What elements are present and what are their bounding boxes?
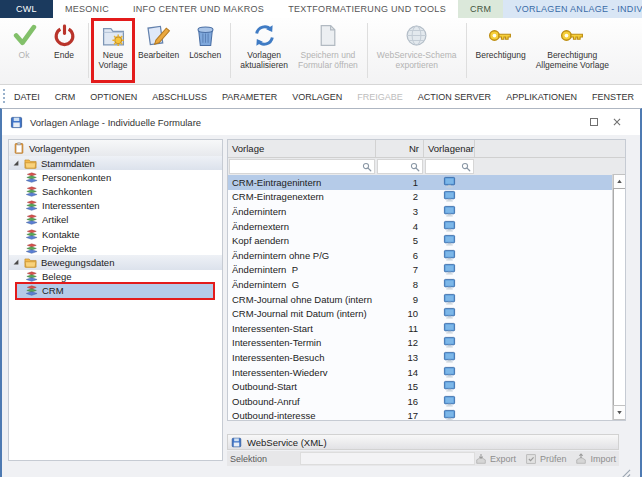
table-row[interactable]: Outbound-interesse17 bbox=[228, 409, 625, 422]
tree-item-artikel[interactable]: Artikel bbox=[9, 213, 222, 227]
scroll-up-button[interactable] bbox=[613, 174, 626, 189]
column-header-nr[interactable]: Nr bbox=[376, 140, 424, 157]
monitor-icon bbox=[443, 351, 456, 364]
window-icon bbox=[10, 116, 23, 129]
table-row[interactable]: Ändernintern G8 bbox=[228, 277, 625, 292]
tab-textformatierung-und-tools[interactable]: TEXTFORMATIERUNG UND TOOLS bbox=[276, 0, 458, 18]
delete-icon bbox=[193, 23, 218, 48]
table-row[interactable]: Interessenten-Start11 bbox=[228, 321, 625, 336]
filter-filler bbox=[475, 158, 625, 175]
table-filter-row bbox=[228, 158, 625, 175]
menu-bar: DATEICRMOPTIONENABSCHLUSSPARAMETERVORLAG… bbox=[0, 86, 642, 107]
table-row[interactable]: Kopf aendern5 bbox=[228, 233, 625, 248]
import-button[interactable]: Import bbox=[575, 453, 616, 465]
tree-item-kontakte[interactable]: Kontakte bbox=[9, 227, 222, 241]
menu-vorlagen[interactable]: VORLAGEN bbox=[292, 92, 342, 102]
table-row[interactable]: Ändernintern ohne P/G6 bbox=[228, 248, 625, 263]
menu-parameter[interactable]: PARAMETER bbox=[222, 92, 277, 102]
tree-item-stammdaten[interactable]: Stammdaten bbox=[9, 156, 222, 170]
monitor-icon bbox=[443, 293, 456, 306]
books-icon bbox=[25, 213, 38, 226]
window-title: Vorlagen Anlage - Individuelle Formulare bbox=[30, 117, 201, 128]
close-button[interactable] bbox=[612, 117, 622, 127]
table-row[interactable]: Ändernintern3 bbox=[228, 204, 625, 219]
cell-vorlagenart bbox=[424, 336, 475, 349]
books-icon bbox=[25, 228, 38, 241]
maximize-button[interactable] bbox=[589, 117, 599, 127]
monitor-icon bbox=[443, 190, 456, 203]
table-row[interactable]: Interessenten-Termin12 bbox=[228, 336, 625, 351]
cell-vorlagenart bbox=[424, 263, 475, 276]
table-row[interactable]: Interessenten-Besuch13 bbox=[228, 350, 625, 365]
neue-vorlage-button[interactable]: Neue Vorlage bbox=[93, 20, 133, 81]
filter-vorlagenart[interactable] bbox=[425, 159, 474, 174]
tree-item-sachkonten[interactable]: Sachkonten bbox=[9, 184, 222, 198]
vorlagen-aktualisieren-button[interactable]: Vorlagen aktualisieren bbox=[235, 20, 293, 81]
monitor-icon bbox=[443, 220, 456, 233]
toolbar-drag-handle[interactable] bbox=[3, 89, 5, 104]
ok-button[interactable]: Ok bbox=[4, 20, 44, 81]
table-row[interactable]: Ändernextern4 bbox=[228, 219, 625, 234]
table-row[interactable]: CRM-Journal mit Datum (intern)10 bbox=[228, 306, 625, 321]
column-header-vorlage[interactable]: Vorlage bbox=[228, 140, 376, 157]
berechtigung-allgemeine-vorlage-button[interactable]: Berechtigung Allgemeine Vorlage bbox=[531, 20, 614, 81]
table-row[interactable]: Ändernintern P7 bbox=[228, 263, 625, 278]
tree-item-belege[interactable]: Belege bbox=[9, 270, 222, 284]
menu-datei[interactable]: DATEI bbox=[14, 92, 40, 102]
tab-vorlagen-anlage-individuelle-formulare[interactable]: VORLAGEN ANLAGE - INDIVIDUELLE FORMULARE bbox=[503, 0, 642, 18]
berechtigung-button[interactable]: Berechtigung bbox=[471, 20, 531, 81]
bearbeiten-button[interactable]: Bearbeiten bbox=[133, 20, 184, 81]
ribbon-button-label: Löschen bbox=[189, 50, 221, 60]
table-row[interactable]: CRM-Journal ohne Datum (intern9 bbox=[228, 292, 625, 307]
cell-nr: 3 bbox=[376, 206, 424, 217]
tab-mesonic[interactable]: MESONIC bbox=[53, 0, 121, 18]
table-row[interactable]: CRM-Eintragenintern1 bbox=[228, 175, 625, 190]
export-button[interactable]: Export bbox=[475, 453, 516, 465]
menu-optionen[interactable]: OPTIONEN bbox=[90, 92, 137, 102]
tree-item-projekte[interactable]: Projekte bbox=[9, 241, 222, 255]
tree-item-bewegungsdaten[interactable]: Bewegungsdaten bbox=[9, 255, 222, 269]
menu-fenster[interactable]: FENSTER bbox=[592, 92, 634, 102]
tree-item-crm[interactable]: CRM bbox=[17, 284, 213, 298]
column-header-vorlagenart[interactable]: Vorlagenart bbox=[424, 140, 475, 157]
ribbon-group-separator bbox=[230, 23, 231, 78]
tab-info-center-und-makros[interactable]: INFO CENTER UND MAKROS bbox=[121, 0, 276, 18]
tree-item-interessenten[interactable]: Interessenten bbox=[9, 199, 222, 213]
menu-abschluss[interactable]: ABSCHLUSS bbox=[152, 92, 207, 102]
table-row[interactable]: CRM-Eintragenextern2 bbox=[228, 190, 625, 205]
resize-grip[interactable] bbox=[618, 468, 631, 477]
cell-nr: 10 bbox=[376, 308, 424, 319]
cell-nr: 6 bbox=[376, 250, 424, 261]
loschen-button[interactable]: Löschen bbox=[184, 20, 226, 81]
vertical-scrollbar[interactable] bbox=[612, 174, 625, 420]
menu-action-server[interactable]: ACTION SERVER bbox=[418, 92, 491, 102]
webservice-schema-exportieren-button[interactable]: WebService-Schema exportieren bbox=[372, 20, 462, 81]
filter-vorlage[interactable] bbox=[229, 159, 375, 174]
prufen-button[interactable]: Prüfen bbox=[525, 453, 567, 465]
table-row[interactable]: Outbound-Start15 bbox=[228, 379, 625, 394]
table-row[interactable]: Interessenten-Wiederv14 bbox=[228, 365, 625, 380]
tree-item-label: Bewegungsdaten bbox=[41, 257, 114, 268]
cell-vorlage: Interessenten-Besuch bbox=[228, 352, 376, 363]
table-row[interactable]: Outbound-Anruf16 bbox=[228, 394, 625, 409]
tab-crm[interactable]: CRM bbox=[458, 0, 503, 18]
ribbon-button-label: Berechtigung bbox=[476, 50, 526, 60]
filter-nr[interactable] bbox=[377, 159, 423, 174]
scrollbar-thumb[interactable] bbox=[613, 188, 626, 406]
tab-cwl[interactable]: CWL bbox=[0, 0, 53, 18]
speichern-und-formular-offnen-button[interactable]: Speichern und Formular öffnen bbox=[293, 20, 363, 81]
tree-item-personenkonten[interactable]: Personenkonten bbox=[9, 170, 222, 184]
monitor-icon bbox=[443, 322, 456, 335]
menu-applikationen[interactable]: APPLIKATIONEN bbox=[506, 92, 577, 102]
cell-nr: 14 bbox=[376, 367, 424, 378]
menu-freigabe[interactable]: FREIGABE bbox=[357, 92, 403, 102]
menu-crm[interactable]: CRM bbox=[55, 92, 76, 102]
selektion-input[interactable] bbox=[300, 452, 475, 465]
books-icon bbox=[25, 242, 38, 255]
ribbon-group: Vorlagen aktualisierenSpeichern und Form… bbox=[235, 20, 363, 81]
cell-vorlagenart bbox=[424, 205, 475, 218]
tree-root-vorlagentypen[interactable]: Vorlagentypen bbox=[9, 140, 222, 156]
ende-button[interactable]: Ende bbox=[44, 20, 84, 81]
scroll-down-button[interactable] bbox=[613, 405, 626, 420]
power-icon bbox=[52, 23, 77, 48]
